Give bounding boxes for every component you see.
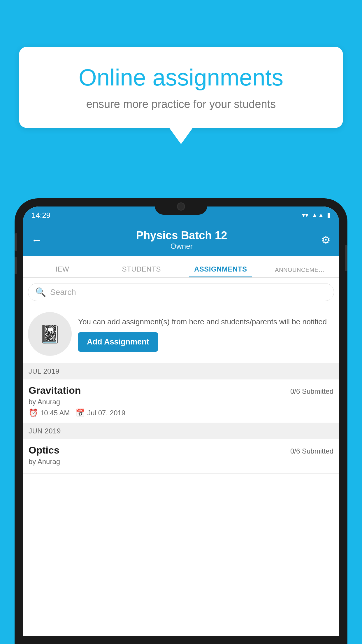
phone-container: 14:29 ▾▾ ▲▲ ▮ ← Physics Batch 12 Owner ⚙… — [15, 198, 347, 644]
speech-bubble: Online assignments ensure more practice … — [19, 47, 343, 128]
clock-icon: ⏰ — [29, 408, 38, 417]
add-assignment-section: 📓 You can add assignment(s) from here an… — [23, 306, 339, 363]
assignment-date: 📅 Jul 07, 2019 — [75, 408, 125, 417]
date-value: Jul 07, 2019 — [87, 409, 125, 417]
tab-assignments[interactable]: ASSIGNMENTS — [181, 265, 260, 277]
section-header-jul: JUL 2019 — [23, 363, 339, 379]
assignment-submitted: 0/6 Submitted — [290, 387, 333, 396]
header-title: Physics Batch 12 — [136, 229, 227, 242]
phone-vol-down — [15, 257, 17, 274]
header-subtitle: Owner — [136, 242, 227, 251]
add-assignment-description: You can add assignment(s) from here and … — [78, 316, 334, 328]
tab-students[interactable]: STUDENTS — [102, 265, 181, 277]
assignment-item-gravitation[interactable]: Gravitation 0/6 Submitted by Anurag ⏰ 10… — [23, 379, 339, 423]
phone-frame: 14:29 ▾▾ ▲▲ ▮ ← Physics Batch 12 Owner ⚙… — [15, 198, 347, 644]
speech-bubble-container: Online assignments ensure more practice … — [19, 47, 343, 144]
section-header-jun: JUN 2019 — [23, 423, 339, 439]
gear-icon[interactable]: ⚙ — [321, 234, 331, 246]
assignment-by: by Anurag — [29, 398, 333, 406]
time-value: 10:45 AM — [40, 409, 70, 417]
assignment-top-row-optics: Optics 0/6 Submitted — [29, 444, 333, 456]
header-center: Physics Batch 12 Owner — [136, 229, 227, 251]
assignment-time: ⏰ 10:45 AM — [29, 408, 70, 417]
phone-notch — [155, 198, 207, 215]
search-bar[interactable]: 🔍 Search — [28, 283, 334, 301]
speech-bubble-tail — [169, 128, 193, 144]
battery-icon: ▮ — [327, 211, 331, 219]
phone-camera — [177, 202, 185, 211]
status-time: 14:29 — [31, 211, 50, 220]
search-placeholder: Search — [50, 288, 76, 297]
assignment-name-optics: Optics — [29, 444, 59, 456]
notebook-icon: 📓 — [39, 324, 61, 344]
back-button[interactable]: ← — [31, 234, 42, 246]
assignment-by-optics: by Anurag — [29, 458, 333, 466]
assignment-submitted-optics: 0/6 Submitted — [290, 447, 333, 455]
tabs-bar: IEW STUDENTS ASSIGNMENTS ANNOUNCEME… — [23, 256, 339, 278]
phone-vol-up — [15, 233, 17, 251]
assignment-name: Gravitation — [29, 385, 81, 396]
assignment-meta: ⏰ 10:45 AM 📅 Jul 07, 2019 — [29, 408, 333, 417]
phone-power-btn — [345, 245, 347, 271]
add-assignment-right: You can add assignment(s) from here and … — [78, 316, 334, 352]
bubble-subtitle: ensure more practice for your students — [39, 98, 323, 111]
app-header: ← Physics Batch 12 Owner ⚙ — [23, 224, 339, 256]
add-assignment-button[interactable]: Add Assignment — [78, 332, 158, 352]
calendar-icon: 📅 — [75, 408, 85, 417]
assignment-icon-circle: 📓 — [28, 312, 72, 356]
search-icon: 🔍 — [35, 287, 46, 297]
tab-announcements[interactable]: ANNOUNCEME… — [260, 267, 340, 277]
tab-overview[interactable]: IEW — [23, 265, 102, 277]
status-icons: ▾▾ ▲▲ ▮ — [302, 211, 331, 219]
phone-screen: 14:29 ▾▾ ▲▲ ▮ ← Physics Batch 12 Owner ⚙… — [23, 206, 339, 636]
bubble-title: Online assignments — [39, 64, 323, 91]
assignment-top-row: Gravitation 0/6 Submitted — [29, 385, 333, 396]
wifi-icon: ▾▾ — [302, 211, 308, 219]
assignment-item-optics[interactable]: Optics 0/6 Submitted by Anurag — [23, 439, 339, 474]
signal-icon: ▲▲ — [311, 211, 324, 219]
